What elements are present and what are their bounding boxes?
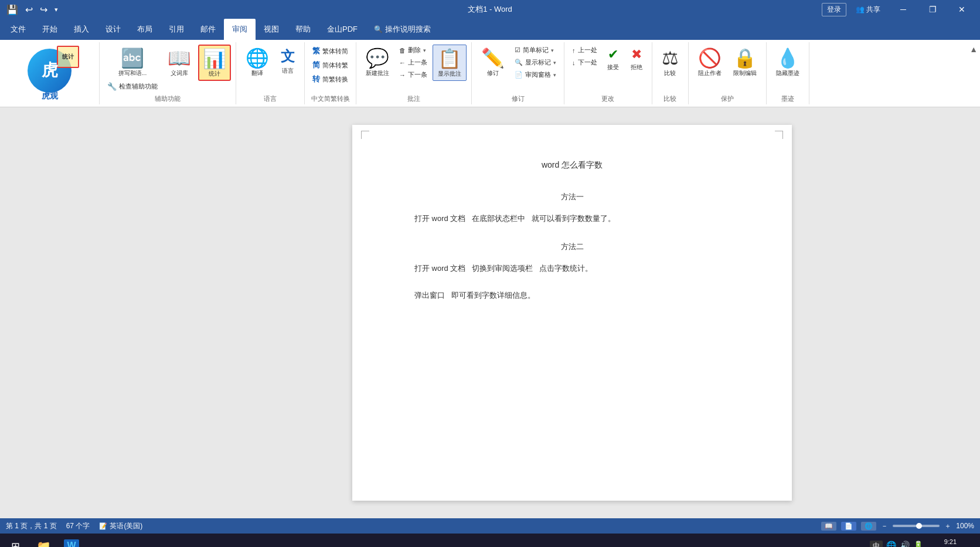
tab-design[interactable]: 设计 — [97, 19, 129, 40]
language-button[interactable]: 文 语言 — [276, 45, 300, 77]
close-button[interactable]: ✕ — [948, 0, 975, 19]
tab-references[interactable]: 引用 — [161, 19, 192, 40]
tab-search[interactable]: 🔍 操作说明搜索 — [366, 19, 439, 40]
protection-group-label: 保护 — [721, 93, 734, 103]
minimize-button[interactable]: ─ — [890, 0, 917, 19]
tab-help[interactable]: 帮助 — [287, 19, 319, 40]
lang-status[interactable]: 📝 英语(美国) — [99, 521, 142, 531]
accept-button[interactable]: ✔ 接受 — [603, 45, 624, 74]
show-comments-button[interactable]: 📋 显示批注 — [433, 45, 467, 81]
word-count-button[interactable]: 📊 统计 — [198, 45, 231, 81]
hide-ink-label: 隐藏墨迹 — [776, 69, 799, 77]
restrict-edit-icon: 🔒 — [733, 47, 757, 69]
volume-icon: 🔊 — [900, 541, 910, 547]
ribbon-group-conversion: 繁 繁体转简 简 简体转繁 转 简繁转换 中文简繁转换 — [305, 42, 356, 104]
tab-view[interactable]: 视图 — [256, 19, 287, 40]
reject-button[interactable]: ✖ 拒绝 — [626, 45, 647, 74]
block-author-label: 阻止作者 — [698, 69, 722, 77]
page-container[interactable]: word 怎么看字数 方法一 打开 word 文档 在底部状态栏中 就可以看到字… — [205, 107, 939, 518]
show-markup-button[interactable]: 🔍 显示标记 ▾ — [512, 57, 559, 68]
tab-file[interactable]: 文件 — [2, 19, 34, 40]
track-changes-button[interactable]: ✏️ 修订 — [477, 45, 509, 80]
ribbon-group-changes: ↑ 上一处 ↓ 下一处 ✔ 接受 ✖ 拒绝 更改 — [564, 42, 652, 104]
prev-comment-button[interactable]: ← 上一条 — [396, 57, 430, 68]
status-right: 📖 📄 🌐 － ＋ 100% — [821, 521, 974, 531]
section-title-2: 方法二 — [399, 242, 745, 252]
lang-icon: 📝 — [99, 522, 107, 530]
review-pane-button[interactable]: 📄 审阅窗格 ▾ — [512, 69, 559, 80]
left-sidebar — [0, 107, 205, 518]
more-quick-btn[interactable]: ▾ — [53, 6, 60, 13]
title-bar-left: 💾 ↩ ↪ ▾ — [5, 4, 60, 15]
restrict-edit-label: 限制编辑 — [733, 69, 757, 77]
language-icon: 文 — [281, 47, 295, 66]
login-button[interactable]: 登录 — [822, 3, 846, 16]
to-simplified-label: 繁体转简 — [322, 47, 348, 56]
share-button[interactable]: 👥 共享 — [856, 5, 880, 15]
restore-button[interactable]: ❐ — [919, 0, 946, 19]
ribbon-group-tracking: ✏️ 修订 ☑ 简单标记 ▾ 🔍 显示标记 ▾ 📄 审阅窗格 ▾ — [472, 42, 564, 104]
word-count-status: 67 个字 — [66, 521, 90, 531]
document-page[interactable]: word 怎么看字数 方法一 打开 word 文档 在底部状态栏中 就可以看到字… — [352, 125, 792, 501]
to-simplified-button[interactable]: 繁 繁体转简 — [309, 45, 351, 57]
restrict-edit-button[interactable]: 🔒 限制编辑 — [729, 45, 761, 80]
ribbon-group-comments: 💬 新建批注 🗑 删除 ▾ ← 上一条 → 下一条 📋 — [356, 42, 472, 104]
review-pane-dd-icon: ▾ — [553, 72, 556, 78]
tab-review[interactable]: 审阅 — [224, 19, 256, 40]
save-quick-btn[interactable]: 💾 — [5, 4, 20, 15]
track-label: 修订 — [487, 69, 499, 77]
undo-quick-btn[interactable]: ↩ — [23, 4, 35, 15]
taskbar-word-app[interactable]: W — [59, 536, 84, 547]
hide-ink-button[interactable]: 💧 隐藏墨迹 — [771, 45, 804, 80]
spell-icon: 🔤 — [121, 47, 144, 69]
redo-quick-btn[interactable]: ↪ — [38, 4, 49, 15]
zoom-in-btn[interactable]: ＋ — [944, 521, 951, 531]
show-comments-label: 显示批注 — [438, 70, 461, 78]
status-bar: 第 1 页，共 1 页 67 个字 📝 英语(美国) 📖 📄 🌐 － ＋ 100… — [0, 518, 980, 534]
start-button[interactable]: ⊞ — [2, 536, 28, 547]
battery-icon: 🔋 — [913, 541, 923, 547]
prev-change-button[interactable]: ↑ 上一处 — [569, 45, 600, 56]
compare-button[interactable]: ⚖ 比较 — [657, 45, 683, 80]
stats-label: 统计 — [209, 70, 220, 78]
tab-mailings[interactable]: 邮件 — [192, 19, 224, 40]
ribbon-group-protection: 🚫 阻止作者 🔒 限制编辑 保护 — [689, 42, 767, 104]
translate-button[interactable]: 🌐 翻译 — [241, 45, 274, 80]
input-method-icon[interactable]: 中 — [870, 541, 883, 547]
simple-markup-button[interactable]: ☑ 简单标记 ▾ — [512, 45, 559, 56]
spell-label: 拼写和语... — [118, 69, 147, 77]
check-accessibility-button[interactable]: 🔧 检查辅助功能 — [104, 81, 161, 92]
method-2-text-2: 弹出窗口 即可看到字数详细信息。 — [399, 288, 745, 302]
changes-items: ↑ 上一处 ↓ 下一处 ✔ 接受 ✖ 拒绝 — [569, 43, 647, 93]
taskbar-file-explorer[interactable]: 📁 — [30, 536, 56, 547]
new-comment-label: 新建批注 — [366, 69, 389, 77]
ribbon-collapse-btn[interactable]: ▲ — [967, 42, 980, 104]
review-pane-icon: 📄 — [515, 71, 523, 79]
delete-icon: 🗑 — [399, 47, 406, 54]
next-comment-button[interactable]: → 下一条 — [396, 69, 430, 80]
conversion-button[interactable]: 转 简繁转换 — [309, 73, 351, 86]
proofing-group-label: 辅助功能 — [155, 93, 181, 103]
zoom-out-btn[interactable]: － — [881, 521, 888, 531]
new-comment-button[interactable]: 💬 新建批注 — [361, 45, 394, 80]
proofing-items: 🔤 拼写和语... 🔧 检查辅助功能 📖 义词库 📊 统计 — [104, 43, 231, 93]
delete-comment-button[interactable]: 🗑 删除 ▾ — [396, 45, 430, 56]
next-change-button[interactable]: ↓ 下一处 — [569, 57, 600, 68]
tracking-group-label: 修订 — [512, 93, 525, 103]
thesaurus-button[interactable]: 📖 义词库 — [163, 45, 196, 80]
web-view-btn[interactable]: 🌐 — [861, 522, 876, 531]
tracking-items: ✏️ 修订 ☑ 简单标记 ▾ 🔍 显示标记 ▾ 📄 审阅窗格 ▾ — [477, 43, 559, 93]
tab-insert[interactable]: 插入 — [66, 19, 97, 40]
read-mode-btn[interactable]: 📖 — [821, 522, 836, 531]
spell-check-button[interactable]: 🔤 拼写和语... — [114, 45, 151, 80]
tab-kingsoft-pdf[interactable]: 金山PDF — [319, 19, 366, 40]
tab-home[interactable]: 开始 — [34, 19, 66, 40]
to-traditional-button[interactable]: 简 简体转繁 — [309, 59, 351, 72]
zoom-slider[interactable] — [893, 525, 940, 527]
print-layout-btn[interactable]: 📄 — [841, 522, 856, 531]
clock: 9:21 2019/9/11 星期三 — [928, 538, 973, 547]
prev-label: 上一条 — [408, 58, 427, 67]
block-author-button[interactable]: 🚫 阻止作者 — [693, 45, 726, 80]
show-markup-icon: 🔍 — [515, 59, 523, 66]
tab-layout[interactable]: 布局 — [129, 19, 161, 40]
